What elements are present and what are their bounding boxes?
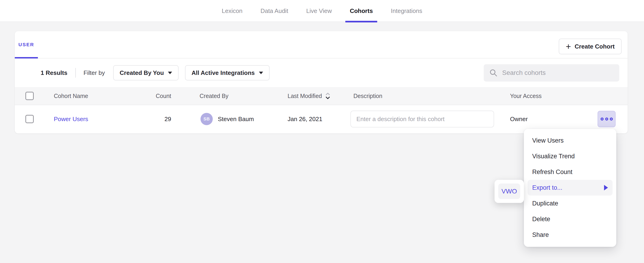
create-cohort-button[interactable]: + Create Cohort <box>559 39 622 54</box>
chevron-down-icon <box>259 72 263 74</box>
export-to-label: Export to... <box>532 184 562 191</box>
chevron-down-icon <box>168 72 172 74</box>
created-by-filter-dropdown[interactable]: Created By You <box>113 65 178 80</box>
create-cohort-label: Create Cohort <box>575 43 615 50</box>
description-input[interactable] <box>350 110 494 127</box>
menu-item-visualize-trend[interactable]: Visualize Trend <box>524 148 616 164</box>
dot-icon <box>600 117 604 120</box>
submenu-item-vwo[interactable]: VWO <box>498 183 520 199</box>
nav-tab-cohorts[interactable]: Cohorts <box>345 0 377 22</box>
cohort-name-link[interactable]: Power Users <box>54 115 88 122</box>
dot-icon <box>605 117 608 120</box>
search-cohorts-input[interactable] <box>502 69 614 77</box>
integrations-filter-dropdown[interactable]: All Active Integrations <box>185 65 270 80</box>
last-modified-label: Last Modified <box>288 93 322 99</box>
creator-name: Steven Baum <box>218 115 254 122</box>
search-cohorts-box <box>484 64 619 82</box>
menu-item-view-users[interactable]: View Users <box>524 133 616 148</box>
card-tab-bar: USER + Create Cohort <box>15 31 628 59</box>
menu-item-export-to[interactable]: Export to... <box>528 180 612 195</box>
export-submenu: VWO <box>494 180 524 203</box>
nav-tab-integrations[interactable]: Integrations <box>386 0 427 22</box>
tab-user[interactable]: USER <box>15 31 38 58</box>
column-header-created-by: Created By <box>200 93 228 99</box>
created-by-cell: SB Steven Baum <box>200 113 254 125</box>
filter-bar: 1 Results Filter by Created By You All A… <box>15 59 628 87</box>
row-checkbox[interactable] <box>26 115 34 123</box>
divider <box>75 68 76 78</box>
top-nav-bar: Lexicon Data Audit Live View Cohorts Int… <box>0 0 644 22</box>
dot-icon <box>610 117 613 120</box>
integrations-filter-label: All Active Integrations <box>192 69 255 77</box>
last-modified-date: Jan 26, 2021 <box>288 115 322 122</box>
column-header-cohort-name: Cohort Name <box>54 93 88 99</box>
menu-item-duplicate[interactable]: Duplicate <box>524 195 616 211</box>
nav-tab-data-audit[interactable]: Data Audit <box>256 0 293 22</box>
search-icon <box>489 69 498 77</box>
table-row: Power Users 29 SB Steven Baum Jan 26, 20… <box>15 105 628 133</box>
column-header-your-access: Your Access <box>510 93 542 99</box>
results-count: 1 Results <box>41 69 68 77</box>
created-by-filter-label: Created By You <box>120 69 164 77</box>
select-all-checkbox[interactable] <box>26 92 34 100</box>
menu-item-share[interactable]: Share <box>524 227 616 243</box>
column-header-count: Count <box>135 93 171 99</box>
cohorts-card: USER + Create Cohort 1 Results Filter by… <box>15 31 628 133</box>
column-header-last-modified[interactable]: Last Modified <box>288 92 330 100</box>
filter-by-label: Filter by <box>84 69 105 77</box>
avatar: SB <box>200 113 213 125</box>
sort-icon <box>325 92 330 100</box>
row-actions-button[interactable] <box>598 111 616 127</box>
access-value: Owner <box>510 115 528 122</box>
column-header-description: Description <box>354 93 382 99</box>
cohort-count: 29 <box>135 115 171 122</box>
menu-item-delete[interactable]: Delete <box>524 211 616 227</box>
table-header: Cohort Name Count Created By Last Modifi… <box>15 87 628 105</box>
menu-item-refresh-count[interactable]: Refresh Count <box>524 164 616 180</box>
top-nav: Lexicon Data Audit Live View Cohorts Int… <box>213 0 431 22</box>
nav-tab-live-view[interactable]: Live View <box>302 0 336 22</box>
nav-tab-lexicon[interactable]: Lexicon <box>217 0 247 22</box>
row-actions-menu: View Users Visualize Trend Refresh Count… <box>524 129 616 247</box>
plus-icon: + <box>566 42 571 51</box>
submenu-arrow-icon <box>604 185 608 190</box>
